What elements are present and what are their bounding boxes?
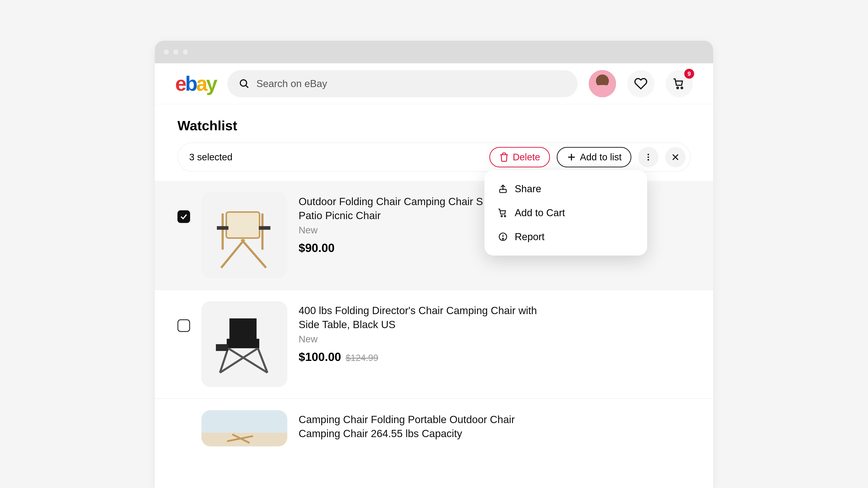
selection-toolbar: 3 selected Delete Add to list Share Add … [178,143,690,172]
svg-line-28 [228,348,268,373]
check-icon [180,213,188,221]
logo-letter-a: a [196,73,206,94]
item-title[interactable]: Camping Chair Folding Portable Outdoor C… [299,413,538,440]
share-icon [498,184,508,194]
kebab-icon [644,153,653,162]
price-original: $124.99 [346,353,378,363]
list-item: Camping Chair Folding Portable Outdoor C… [155,399,713,458]
ebay-logo[interactable]: ebay [175,73,216,94]
dropdown-add-to-cart-label: Add to Cart [515,207,565,218]
heart-icon [634,77,648,90]
product-thumbnail[interactable] [202,301,287,387]
trash-icon [499,152,509,162]
svg-point-2 [677,87,678,89]
add-to-list-label: Add to list [580,152,622,162]
checkbox[interactable] [178,210,190,223]
dropdown-share-label: Share [515,183,541,194]
selection-count: 3 selected [189,152,232,162]
logo-letter-e: e [175,73,185,94]
traffic-light-close[interactable] [164,50,169,55]
more-button[interactable] [638,147,658,167]
svg-rect-30 [216,344,228,351]
page-title: Watchlist [155,104,713,143]
alert-icon [498,232,508,242]
more-dropdown: Share Add to Cart Report [485,170,647,255]
beach-illustration [202,410,287,447]
search-icon [239,78,250,89]
svg-line-1 [246,85,248,88]
logo-letter-y: y [206,73,216,94]
traffic-light-max[interactable] [183,50,188,55]
svg-rect-17 [226,212,259,238]
close-icon [671,153,680,162]
browser-chrome [155,41,713,63]
checkbox[interactable] [178,319,190,332]
svg-line-29 [220,348,258,373]
svg-rect-24 [229,318,256,339]
list-item: 400 lbs Folding Director's Chair Camping… [155,290,713,399]
traffic-light-min[interactable] [174,50,178,55]
item-details: Camping Chair Folding Portable Outdoor C… [299,410,538,440]
chair-illustration [211,310,278,378]
cart-count-badge: 9 [684,69,694,79]
dropdown-report[interactable]: Report [485,225,647,249]
cart-button[interactable]: 9 [666,70,693,97]
plus-icon [566,152,577,162]
item-details: 400 lbs Folding Director's Chair Camping… [299,301,538,364]
svg-point-16 [502,238,503,239]
svg-point-12 [501,215,502,217]
logo-letter-b: b [185,73,196,94]
dropdown-report-label: Report [515,231,545,242]
browser-window: ebay Search on eBay 9 Watchlist 3 select… [155,41,713,488]
search-input[interactable]: Search on eBay [227,70,578,97]
svg-line-20 [221,240,244,268]
price-value: $90.00 [299,241,335,255]
cart-icon [498,208,508,218]
price-value: $100.00 [299,350,341,364]
svg-point-6 [648,154,649,155]
dropdown-share[interactable]: Share [485,177,647,201]
delete-button[interactable]: Delete [489,147,550,167]
svg-point-7 [648,156,649,158]
favorites-button[interactable] [627,70,654,97]
search-placeholder: Search on eBay [256,78,327,89]
product-thumbnail[interactable] [202,192,287,278]
site-header: ebay Search on eBay 9 [155,63,713,104]
avatar[interactable] [589,70,616,97]
dropdown-add-to-cart[interactable]: Add to Cart [485,201,647,225]
svg-point-0 [240,80,247,86]
add-to-list-button[interactable]: Add to list [557,147,631,167]
item-condition: New [299,334,538,345]
chair-illustration [208,199,281,271]
svg-rect-31 [202,410,287,433]
svg-point-3 [681,87,683,89]
svg-point-13 [504,215,506,217]
delete-label: Delete [513,152,540,162]
product-thumbnail[interactable] [202,410,287,447]
cart-icon [673,77,686,90]
svg-point-8 [648,159,649,160]
close-selection-button[interactable] [665,147,686,167]
item-title[interactable]: 400 lbs Folding Director's Chair Camping… [299,303,538,332]
item-price: $100.00 $124.99 [299,350,538,364]
svg-rect-25 [227,339,259,348]
